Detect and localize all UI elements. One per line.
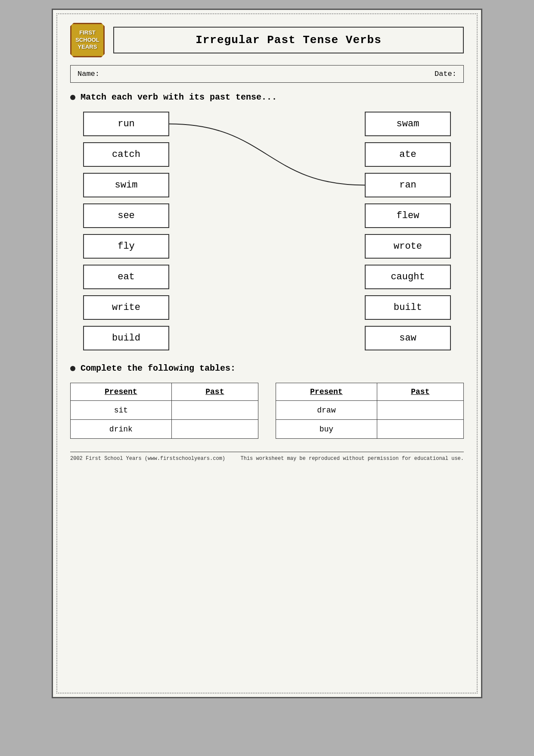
logo: FIRSTSCHOOLYEARS <box>70 23 105 57</box>
table2-row1-past[interactable] <box>377 401 463 420</box>
right-word-wrote: wrote <box>365 234 451 259</box>
left-column: run catch swim see fly eat write build <box>83 112 169 350</box>
right-word-ran: ran <box>365 173 451 197</box>
table-row: buy <box>276 420 464 439</box>
left-word-see: see <box>83 203 169 228</box>
table1-row2-past[interactable] <box>171 420 258 439</box>
date-label: Date: <box>435 70 456 78</box>
table2-header-present: Present <box>276 383 377 401</box>
left-word-eat: eat <box>83 265 169 289</box>
table1-row2-present: drink <box>71 420 172 439</box>
name-label: Name: <box>78 70 99 78</box>
footer-right: This worksheet may be reproduced without… <box>241 456 464 462</box>
right-word-swam: swam <box>365 112 451 136</box>
table1-row1-present: sit <box>71 401 172 420</box>
instruction-1: Match each verb with its past tense... <box>70 92 464 102</box>
matching-area: run catch swim see fly eat write build s… <box>70 112 464 350</box>
right-word-flew: flew <box>365 203 451 228</box>
right-word-caught: caught <box>365 265 451 289</box>
page-title: Irregular Past Tense Verbs <box>113 27 464 53</box>
bullet-icon <box>70 95 75 100</box>
bullet-icon-2 <box>70 366 75 371</box>
table-row: draw <box>276 401 464 420</box>
instruction-2: Complete the following tables: <box>70 363 464 373</box>
header: FIRSTSCHOOLYEARS Irregular Past Tense Ve… <box>70 23 464 57</box>
table1-row1-past[interactable] <box>171 401 258 420</box>
table2-row2-past[interactable] <box>377 420 463 439</box>
logo-text: FIRSTSCHOOLYEARS <box>75 29 99 51</box>
left-word-run: run <box>83 112 169 136</box>
table1-header-past: Past <box>171 383 258 401</box>
right-word-built: built <box>365 295 451 320</box>
name-date-row: Name: Date: <box>70 65 464 83</box>
tables-row: Present Past sit drink Present Past <box>70 383 464 439</box>
table-row: sit <box>71 401 258 420</box>
table-2: Present Past draw buy <box>276 383 464 439</box>
left-word-fly: fly <box>83 234 169 259</box>
left-word-write: write <box>83 295 169 320</box>
table2-row2-present: buy <box>276 420 377 439</box>
worksheet-page: FIRSTSCHOOLYEARS Irregular Past Tense Ve… <box>52 9 482 698</box>
right-word-ate: ate <box>365 142 451 167</box>
right-word-saw: saw <box>365 326 451 350</box>
instruction-2-text: Complete the following tables: <box>81 363 236 373</box>
table2-header-past: Past <box>377 383 463 401</box>
instruction-1-text: Match each verb with its past tense... <box>81 92 277 102</box>
table-1: Present Past sit drink <box>70 383 258 439</box>
left-word-build: build <box>83 326 169 350</box>
table1-header-present: Present <box>71 383 172 401</box>
left-word-swim: swim <box>83 173 169 197</box>
left-word-catch: catch <box>83 142 169 167</box>
table2-row1-present: draw <box>276 401 377 420</box>
table-row: drink <box>71 420 258 439</box>
footer-left: 2002 First School Years (www.firstschool… <box>70 456 225 462</box>
footer: 2002 First School Years (www.firstschool… <box>70 452 464 462</box>
right-column: swam ate ran flew wrote caught built saw <box>365 112 451 350</box>
